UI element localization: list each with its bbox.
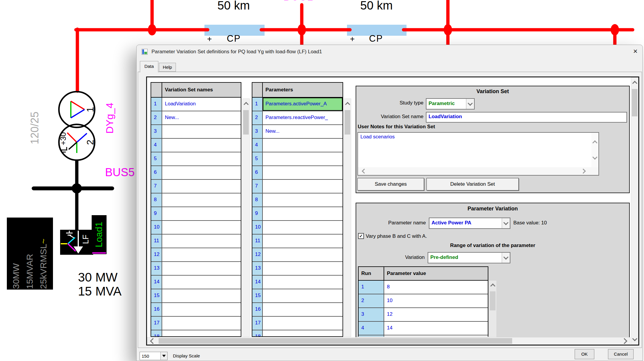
row-value-cell[interactable]: 12: [384, 308, 488, 321]
scroll-thumb[interactable]: [243, 110, 249, 135]
row-number-cell[interactable]: 4: [252, 139, 263, 152]
row-value-cell[interactable]: [162, 193, 241, 207]
table-row[interactable]: 10: [151, 221, 241, 235]
row-number-cell[interactable]: 2: [252, 111, 263, 124]
table-row[interactable]: 17: [151, 317, 241, 330]
scroll-left-icon[interactable]: [360, 168, 368, 175]
scroll-thumb[interactable]: [159, 338, 512, 344]
notes-vscrollbar[interactable]: [591, 133, 598, 167]
row-number-cell[interactable]: 1: [252, 98, 263, 111]
set-table-scrollbar[interactable]: [242, 99, 250, 337]
display-scale-combo[interactable]: 150: [140, 352, 168, 360]
scroll-up-icon[interactable]: [489, 281, 496, 290]
row-number-cell[interactable]: 7: [252, 180, 263, 193]
dialog-titlebar[interactable]: Parameter Variation Set definitions for …: [137, 45, 643, 59]
table-row[interactable]: 18: [151, 330, 241, 337]
table-row[interactable]: 3New...: [252, 125, 343, 139]
table-row[interactable]: 13: [252, 262, 343, 276]
param-table-scrollbar[interactable]: [344, 99, 351, 337]
row-value-cell[interactable]: [263, 262, 343, 275]
row-value-cell[interactable]: [162, 330, 241, 337]
scroll-thumb[interactable]: [345, 110, 350, 135]
row-value-cell[interactable]: [162, 235, 241, 248]
table-row[interactable]: 9: [252, 207, 343, 221]
row-number-cell[interactable]: 2: [151, 111, 162, 124]
row-number-cell[interactable]: 14: [252, 276, 263, 289]
table-row[interactable]: 1Parameters.activePower_A: [252, 98, 343, 111]
save-changes-button[interactable]: Save changes: [357, 178, 424, 190]
table-row[interactable]: 15: [252, 289, 343, 303]
tab-data[interactable]: Data: [140, 61, 158, 72]
row-value-cell[interactable]: [263, 207, 343, 220]
notes-hscrollbar[interactable]: [358, 167, 598, 175]
row-number-cell[interactable]: 1: [359, 281, 384, 294]
scroll-up-icon[interactable]: [592, 139, 598, 146]
row-number-cell[interactable]: 9: [151, 207, 162, 220]
table-row[interactable]: 11: [252, 235, 343, 248]
table-row[interactable]: 7: [252, 180, 343, 193]
row-value-cell[interactable]: [263, 276, 343, 289]
row-number-cell[interactable]: 4: [359, 322, 384, 335]
table-row[interactable]: 10: [252, 221, 343, 235]
table-row[interactable]: 414: [359, 322, 488, 335]
row-number-cell[interactable]: 8: [252, 193, 263, 207]
row-number-cell[interactable]: 1: [151, 98, 162, 111]
row-value-cell[interactable]: [162, 248, 241, 261]
row-number-cell[interactable]: 17: [151, 317, 162, 330]
row-number-cell[interactable]: 6: [252, 166, 263, 179]
row-number-cell[interactable]: 14: [151, 276, 162, 289]
scroll-up-icon[interactable]: [631, 78, 638, 88]
row-number-cell[interactable]: 4: [151, 139, 162, 152]
table-row[interactable]: 8: [252, 193, 343, 207]
row-value-cell[interactable]: [162, 125, 241, 138]
row-number-cell[interactable]: 12: [151, 248, 162, 261]
row-value-cell[interactable]: 10: [384, 294, 488, 307]
table-row[interactable]: 1LoadVariation: [151, 98, 241, 111]
user-notes-textarea[interactable]: Load scenarios: [357, 132, 599, 176]
row-number-cell[interactable]: 6: [151, 166, 162, 179]
table-row[interactable]: 2Parameters.reactivePower_: [252, 111, 343, 125]
chevron-down-icon[interactable]: [466, 99, 474, 109]
row-number-cell[interactable]: 5: [359, 335, 384, 337]
table-row[interactable]: 12: [151, 248, 241, 262]
row-value-cell[interactable]: [162, 262, 241, 275]
row-number-cell[interactable]: 3: [151, 125, 162, 138]
row-value-cell[interactable]: [162, 289, 241, 302]
table-row[interactable]: 6: [252, 166, 343, 180]
row-number-cell[interactable]: 16: [252, 303, 263, 316]
row-value-cell[interactable]: [384, 335, 488, 337]
parameter-name-dropdown[interactable]: Active Power PA: [429, 218, 510, 229]
row-number-cell[interactable]: 13: [252, 262, 263, 275]
table-row[interactable]: 7: [151, 180, 241, 193]
table-row[interactable]: 210: [359, 294, 488, 308]
scroll-right-icon[interactable]: [620, 337, 630, 344]
row-value-cell[interactable]: [162, 317, 241, 330]
chevron-down-icon[interactable]: [502, 218, 510, 228]
row-value-cell[interactable]: [263, 330, 343, 337]
table-row[interactable]: 9: [151, 207, 241, 221]
table-row[interactable]: 13: [151, 262, 241, 276]
scroll-right-icon[interactable]: [580, 168, 588, 175]
row-value-cell[interactable]: [162, 276, 241, 289]
delete-variation-set-button[interactable]: Delete Variation Set: [426, 178, 519, 190]
table-row[interactable]: 14: [252, 276, 343, 289]
row-number-cell[interactable]: 3: [359, 308, 384, 321]
row-number-cell[interactable]: 5: [151, 152, 162, 165]
row-value-cell[interactable]: [162, 139, 241, 152]
scroll-thumb[interactable]: [490, 291, 495, 310]
row-value-cell[interactable]: 8: [384, 281, 488, 294]
scroll-down-icon[interactable]: [631, 334, 638, 344]
run-table-scrollbar[interactable]: [489, 281, 496, 337]
row-number-cell[interactable]: 5: [252, 152, 263, 165]
scroll-up-icon[interactable]: [344, 99, 351, 109]
row-value-cell[interactable]: [263, 303, 343, 316]
row-number-cell[interactable]: 2: [359, 294, 384, 307]
row-number-cell[interactable]: 3: [252, 125, 263, 138]
row-value-cell[interactable]: [162, 221, 241, 234]
cancel-button[interactable]: Cancel: [608, 349, 634, 359]
table-row[interactable]: 16: [252, 303, 343, 317]
row-number-cell[interactable]: 13: [151, 262, 162, 275]
panel-hscrollbar[interactable]: [147, 337, 630, 345]
row-value-cell[interactable]: New...: [263, 125, 343, 138]
vary-phase-checkbox[interactable]: ✓: [358, 233, 364, 239]
